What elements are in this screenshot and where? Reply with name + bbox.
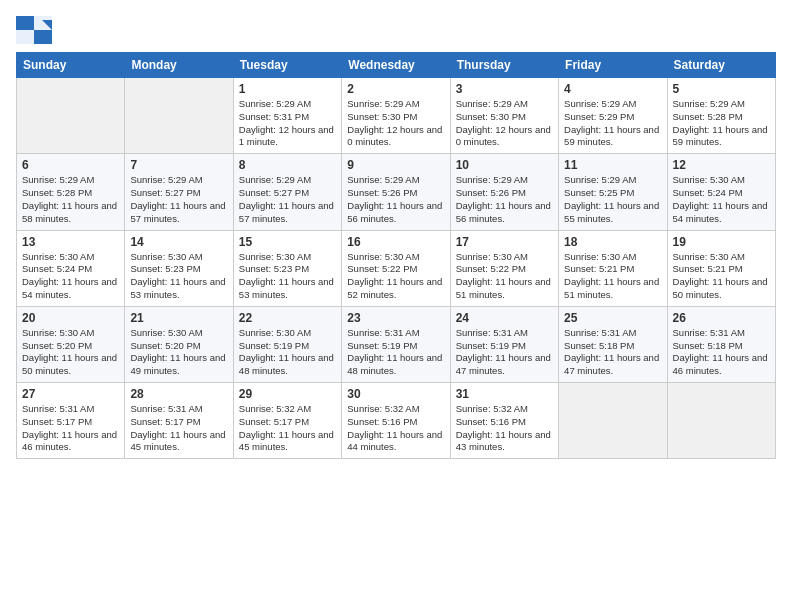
day-number: 19 [673,235,770,249]
calendar-cell: 7Sunrise: 5:29 AMSunset: 5:27 PMDaylight… [125,154,233,230]
calendar-cell: 27Sunrise: 5:31 AMSunset: 5:17 PMDayligh… [17,383,125,459]
day-number: 11 [564,158,661,172]
calendar-week-row: 13Sunrise: 5:30 AMSunset: 5:24 PMDayligh… [17,230,776,306]
day-number: 30 [347,387,444,401]
weekday-header: Sunday [17,53,125,78]
day-number: 3 [456,82,553,96]
calendar-cell: 4Sunrise: 5:29 AMSunset: 5:29 PMDaylight… [559,78,667,154]
day-number: 17 [456,235,553,249]
day-number: 23 [347,311,444,325]
day-number: 2 [347,82,444,96]
calendar-cell: 11Sunrise: 5:29 AMSunset: 5:25 PMDayligh… [559,154,667,230]
day-number: 7 [130,158,227,172]
day-number: 4 [564,82,661,96]
cell-info: Sunrise: 5:30 AMSunset: 5:22 PMDaylight:… [347,251,444,302]
weekday-header: Wednesday [342,53,450,78]
cell-info: Sunrise: 5:29 AMSunset: 5:27 PMDaylight:… [239,174,336,225]
day-number: 22 [239,311,336,325]
calendar-cell: 1Sunrise: 5:29 AMSunset: 5:31 PMDaylight… [233,78,341,154]
cell-info: Sunrise: 5:30 AMSunset: 5:19 PMDaylight:… [239,327,336,378]
day-number: 13 [22,235,119,249]
cell-info: Sunrise: 5:30 AMSunset: 5:24 PMDaylight:… [673,174,770,225]
day-number: 25 [564,311,661,325]
weekday-header: Friday [559,53,667,78]
day-number: 14 [130,235,227,249]
cell-info: Sunrise: 5:31 AMSunset: 5:18 PMDaylight:… [564,327,661,378]
day-number: 18 [564,235,661,249]
logo [16,16,56,44]
day-number: 5 [673,82,770,96]
calendar-cell: 29Sunrise: 5:32 AMSunset: 5:17 PMDayligh… [233,383,341,459]
svg-rect-2 [16,30,34,44]
calendar-cell: 9Sunrise: 5:29 AMSunset: 5:26 PMDaylight… [342,154,450,230]
cell-info: Sunrise: 5:30 AMSunset: 5:20 PMDaylight:… [130,327,227,378]
calendar-cell: 2Sunrise: 5:29 AMSunset: 5:30 PMDaylight… [342,78,450,154]
cell-info: Sunrise: 5:29 AMSunset: 5:26 PMDaylight:… [456,174,553,225]
day-number: 28 [130,387,227,401]
day-number: 8 [239,158,336,172]
calendar-cell: 23Sunrise: 5:31 AMSunset: 5:19 PMDayligh… [342,306,450,382]
cell-info: Sunrise: 5:29 AMSunset: 5:26 PMDaylight:… [347,174,444,225]
svg-rect-3 [34,30,52,44]
calendar-cell [17,78,125,154]
cell-info: Sunrise: 5:30 AMSunset: 5:23 PMDaylight:… [239,251,336,302]
calendar-cell: 18Sunrise: 5:30 AMSunset: 5:21 PMDayligh… [559,230,667,306]
cell-info: Sunrise: 5:29 AMSunset: 5:27 PMDaylight:… [130,174,227,225]
calendar-cell: 10Sunrise: 5:29 AMSunset: 5:26 PMDayligh… [450,154,558,230]
day-number: 10 [456,158,553,172]
calendar-week-row: 1Sunrise: 5:29 AMSunset: 5:31 PMDaylight… [17,78,776,154]
calendar-cell: 24Sunrise: 5:31 AMSunset: 5:19 PMDayligh… [450,306,558,382]
cell-info: Sunrise: 5:32 AMSunset: 5:17 PMDaylight:… [239,403,336,454]
cell-info: Sunrise: 5:29 AMSunset: 5:29 PMDaylight:… [564,98,661,149]
cell-info: Sunrise: 5:31 AMSunset: 5:18 PMDaylight:… [673,327,770,378]
day-number: 6 [22,158,119,172]
calendar-cell: 28Sunrise: 5:31 AMSunset: 5:17 PMDayligh… [125,383,233,459]
calendar-table: SundayMondayTuesdayWednesdayThursdayFrid… [16,52,776,459]
day-number: 29 [239,387,336,401]
cell-info: Sunrise: 5:29 AMSunset: 5:31 PMDaylight:… [239,98,336,149]
calendar-cell: 6Sunrise: 5:29 AMSunset: 5:28 PMDaylight… [17,154,125,230]
svg-rect-0 [16,16,34,30]
calendar-cell: 31Sunrise: 5:32 AMSunset: 5:16 PMDayligh… [450,383,558,459]
calendar-cell: 20Sunrise: 5:30 AMSunset: 5:20 PMDayligh… [17,306,125,382]
cell-info: Sunrise: 5:30 AMSunset: 5:24 PMDaylight:… [22,251,119,302]
calendar-cell: 14Sunrise: 5:30 AMSunset: 5:23 PMDayligh… [125,230,233,306]
calendar-week-row: 27Sunrise: 5:31 AMSunset: 5:17 PMDayligh… [17,383,776,459]
calendar-cell: 13Sunrise: 5:30 AMSunset: 5:24 PMDayligh… [17,230,125,306]
calendar-week-row: 20Sunrise: 5:30 AMSunset: 5:20 PMDayligh… [17,306,776,382]
calendar-cell: 22Sunrise: 5:30 AMSunset: 5:19 PMDayligh… [233,306,341,382]
cell-info: Sunrise: 5:29 AMSunset: 5:28 PMDaylight:… [22,174,119,225]
day-number: 15 [239,235,336,249]
calendar-cell: 21Sunrise: 5:30 AMSunset: 5:20 PMDayligh… [125,306,233,382]
calendar-cell: 12Sunrise: 5:30 AMSunset: 5:24 PMDayligh… [667,154,775,230]
page-header [16,16,776,44]
weekday-header: Thursday [450,53,558,78]
cell-info: Sunrise: 5:29 AMSunset: 5:30 PMDaylight:… [347,98,444,149]
calendar-cell [667,383,775,459]
cell-info: Sunrise: 5:30 AMSunset: 5:21 PMDaylight:… [673,251,770,302]
day-number: 27 [22,387,119,401]
cell-info: Sunrise: 5:30 AMSunset: 5:21 PMDaylight:… [564,251,661,302]
cell-info: Sunrise: 5:29 AMSunset: 5:25 PMDaylight:… [564,174,661,225]
day-number: 12 [673,158,770,172]
cell-info: Sunrise: 5:31 AMSunset: 5:17 PMDaylight:… [130,403,227,454]
cell-info: Sunrise: 5:29 AMSunset: 5:30 PMDaylight:… [456,98,553,149]
weekday-header: Tuesday [233,53,341,78]
cell-info: Sunrise: 5:31 AMSunset: 5:19 PMDaylight:… [347,327,444,378]
day-number: 26 [673,311,770,325]
calendar-cell: 25Sunrise: 5:31 AMSunset: 5:18 PMDayligh… [559,306,667,382]
day-number: 31 [456,387,553,401]
day-number: 1 [239,82,336,96]
calendar-cell: 3Sunrise: 5:29 AMSunset: 5:30 PMDaylight… [450,78,558,154]
cell-info: Sunrise: 5:29 AMSunset: 5:28 PMDaylight:… [673,98,770,149]
calendar-cell [125,78,233,154]
weekday-header-row: SundayMondayTuesdayWednesdayThursdayFrid… [17,53,776,78]
cell-info: Sunrise: 5:32 AMSunset: 5:16 PMDaylight:… [347,403,444,454]
calendar-cell: 30Sunrise: 5:32 AMSunset: 5:16 PMDayligh… [342,383,450,459]
weekday-header: Saturday [667,53,775,78]
calendar-cell: 8Sunrise: 5:29 AMSunset: 5:27 PMDaylight… [233,154,341,230]
calendar-cell: 16Sunrise: 5:30 AMSunset: 5:22 PMDayligh… [342,230,450,306]
calendar-cell: 26Sunrise: 5:31 AMSunset: 5:18 PMDayligh… [667,306,775,382]
cell-info: Sunrise: 5:30 AMSunset: 5:23 PMDaylight:… [130,251,227,302]
day-number: 16 [347,235,444,249]
